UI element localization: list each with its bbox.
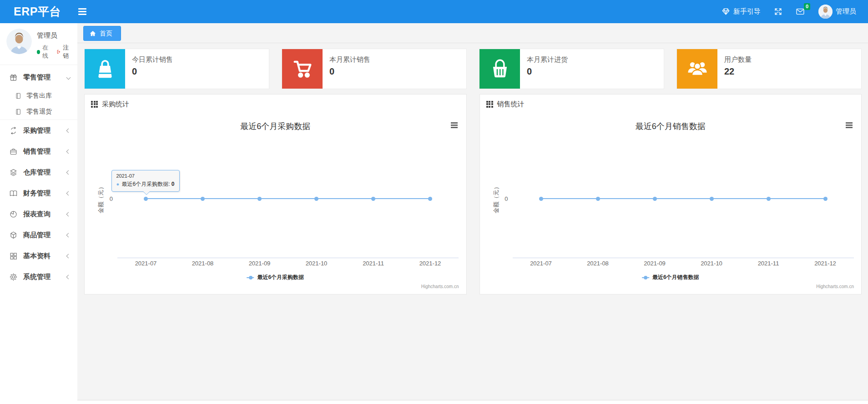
messages-button[interactable]: 0 (796, 8, 805, 15)
data-point[interactable] (653, 197, 657, 201)
data-point[interactable] (539, 197, 543, 201)
legend-item[interactable]: 最近6个月销售数据 (642, 274, 699, 281)
legend-line-marker-icon (247, 275, 254, 279)
x-axis-line (513, 258, 854, 258)
chevron-left-icon (66, 274, 71, 279)
sidebar-item-warehouse[interactable]: 仓库管理 (0, 162, 77, 183)
gift-icon (9, 73, 18, 82)
logout-button[interactable]: 注销 (56, 44, 72, 60)
chart-context-menu-button[interactable] (449, 121, 459, 130)
stat-card-month-sales[interactable]: 本月累计销售 0 (282, 49, 467, 89)
briefcase-icon (9, 147, 18, 156)
series-marker-icon: ● (116, 181, 120, 187)
stat-card-user-count[interactable]: 用户数量 22 (676, 49, 862, 89)
tab-bar: 首页 (77, 23, 868, 43)
chart-context-menu-button[interactable] (844, 121, 854, 130)
data-point[interactable] (257, 197, 262, 201)
gear-icon (9, 273, 18, 281)
legend-label: 最近6个月采购数据 (257, 274, 304, 281)
series-line (146, 198, 430, 199)
stat-label: 用户数量 (724, 55, 752, 64)
x-axis-tick-label: 2021-08 (192, 260, 214, 267)
chart-tooltip: 2021-07● 最近6个月采购数据: 0 (111, 170, 180, 192)
stat-value: 0 (329, 66, 370, 77)
fullscreen-button[interactable] (774, 8, 782, 15)
x-axis-tick-label: 2021-12 (814, 260, 836, 267)
avatar (6, 29, 32, 54)
sidebar-item-reports[interactable]: 报表查询 (0, 204, 77, 224)
series-line (541, 198, 825, 199)
data-point[interactable] (201, 197, 205, 201)
data-point[interactable] (823, 197, 828, 201)
username-label: 管理员 (836, 7, 856, 16)
data-point[interactable] (767, 197, 771, 201)
shopping-bag-icon (94, 57, 116, 81)
main-content: 首页 今日累计销售 0 本月累计销售 0 (77, 23, 868, 404)
stat-label: 今日累计销售 (132, 55, 173, 64)
sidebar-submenu-retail: 零售出库 零售退货 (0, 88, 77, 120)
legend-item[interactable]: 最近6个月采购数据 (247, 274, 304, 281)
x-axis-tick-label: 2021-07 (135, 260, 157, 267)
sidebar-item-retail-return[interactable]: 零售退货 (0, 104, 77, 120)
tooltip-label: 最近6个月采购数据: (122, 181, 172, 187)
stat-cards-row: 今日累计销售 0 本月累计销售 0 本月累计进货 0 (77, 43, 868, 89)
data-point[interactable] (314, 197, 318, 201)
sales-chart: 最近6个月销售数据金额（元）02021-072021-082021-092021… (480, 114, 862, 294)
envelope-icon (796, 8, 805, 15)
fullscreen-arrows-icon (774, 8, 782, 15)
stat-card-month-purchase[interactable]: 本月累计进货 0 (479, 49, 664, 89)
x-axis-tick-label: 2021-11 (758, 260, 779, 267)
sync-loop-icon (9, 126, 18, 135)
stat-value: 22 (724, 66, 752, 77)
app-logo: ERP平台 (14, 4, 61, 19)
data-point[interactable] (596, 197, 600, 201)
sign-out-icon (56, 49, 61, 55)
sidebar-item-system[interactable]: 系统管理 (0, 266, 77, 287)
chart-title: 最近6个月销售数据 (480, 121, 862, 132)
panel-title: 销售统计 (497, 100, 525, 109)
sidebar-item-retail-outbound[interactable]: 零售出库 (0, 88, 77, 104)
sidebar: 管理员 在线 注销 零售管理 零售出库 零售退货 (0, 23, 77, 404)
data-point[interactable] (428, 197, 432, 201)
highcharts-credits-link[interactable]: Highcharts.com.cn (421, 284, 459, 289)
chevron-left-icon (66, 128, 71, 133)
sidebar-item-retail[interactable]: 零售管理 (0, 67, 77, 88)
online-status-label: 在线 (42, 44, 51, 60)
newbie-guide-button[interactable]: 新手引导 (722, 7, 761, 16)
shopping-cart-icon (291, 56, 314, 82)
stat-card-today-sales[interactable]: 今日累计销售 0 (84, 49, 269, 89)
x-axis-line (117, 258, 459, 258)
x-axis-tick-label: 2021-10 (306, 260, 328, 267)
chart-title: 最近6个月采购数据 (85, 121, 466, 132)
gem-icon (722, 7, 730, 16)
data-point[interactable] (710, 197, 714, 201)
highcharts-credits-link[interactable]: Highcharts.com.cn (816, 284, 854, 289)
journal-icon (15, 92, 22, 100)
y-axis-tick-label: 0 (85, 195, 113, 202)
top-navbar: ERP平台 新手引导 0 管理员 (0, 0, 868, 23)
tab-home[interactable]: 首页 (83, 26, 121, 41)
chevron-down-icon (66, 75, 71, 80)
avatar (818, 5, 833, 19)
legend-line-marker-icon (642, 275, 649, 279)
data-point[interactable] (144, 197, 148, 201)
legend-label: 最近6个月销售数据 (652, 274, 699, 281)
sidebar-item-basic-data[interactable]: 基本资料 (0, 245, 77, 266)
panel-title: 采购统计 (102, 100, 129, 109)
stat-label: 本月累计进货 (527, 55, 568, 64)
sidebar-item-finance[interactable]: 财务管理 (0, 183, 77, 204)
sidebar-item-goods[interactable]: 商品管理 (0, 224, 77, 245)
tooltip-row: ● 最近6个月采购数据: 0 (116, 180, 175, 188)
x-axis-tick-label: 2021-07 (530, 260, 552, 267)
data-point[interactable] (371, 197, 375, 201)
user-menu[interactable]: 管理员 (818, 5, 856, 19)
sidebar-username: 管理员 (37, 31, 72, 40)
tooltip-value: 0 (172, 181, 175, 187)
footer-divider (77, 400, 868, 404)
sidebar-toggle-hamburger-icon[interactable] (78, 8, 86, 15)
x-axis-tick-label: 2021-08 (587, 260, 609, 267)
sidebar-item-sales[interactable]: 销售管理 (0, 141, 77, 162)
x-axis-tick-label: 2021-09 (644, 260, 666, 267)
sidebar-item-purchase[interactable]: 采购管理 (0, 120, 77, 141)
chevron-left-icon (66, 149, 71, 154)
